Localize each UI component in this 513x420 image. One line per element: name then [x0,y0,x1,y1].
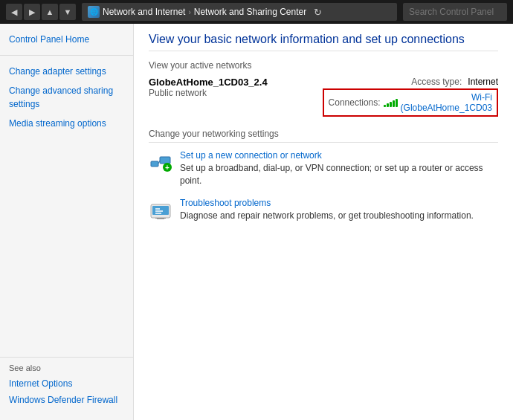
network-name: GlobeAtHome_1CD03_2.4 [149,77,268,88]
bar-5 [396,99,398,107]
wifi-link[interactable]: Wi-Fi [471,92,492,103]
active-networks-heading: View your active networks [149,60,498,71]
network-details-left: GlobeAtHome_1CD03_2.4 Public network [149,77,268,98]
search-input[interactable] [403,3,507,21]
sidebar: Control Panel Home Change adapter settin… [0,24,134,420]
nav-buttons: ◀ ▶ ▲ ▼ [6,4,76,20]
connections-label: Connections: [329,97,381,108]
troubleshoot-desc: Diagnose and repair network problems, or… [180,210,474,221]
bar-3 [390,102,392,107]
wifi-signal-bars [384,98,398,107]
main-layout: Control Panel Home Change adapter settin… [0,24,513,420]
sidebar-item-control-panel-home[interactable]: Control Panel Home [0,30,133,49]
troubleshoot-item: Troubleshoot problems Diagnose and repai… [149,198,498,222]
bar-2 [387,103,389,107]
sidebar-see-also: See also Internet Options Windows Defend… [0,357,133,414]
sidebar-item-windows-defender[interactable]: Windows Defender Firewall [9,392,124,408]
network-icon: 🌐 [88,6,100,18]
setup-connection-text: Set up a new connection or network Set u… [180,150,498,187]
connection-box: Connections: Wi-Fi (GlobeAtHome_1CD03 [323,88,498,117]
path-sharing-center: Network and Sharing Center [194,7,306,17]
sidebar-item-change-advanced[interactable]: Change advanced sharing settings [0,81,133,114]
wifi-link-container: Wi-Fi (GlobeAtHome_1CD03 [401,92,492,113]
setup-connection-desc: Set up a broadband, dial-up, or VPN conn… [180,163,483,186]
path-network-internet: Network and Internet [103,7,185,17]
bar-1 [384,105,386,107]
address-bar[interactable]: 🌐 Network and Internet › Network and Sha… [82,3,397,21]
path-separator-1: › [188,8,190,16]
svg-rect-8 [155,218,166,219]
troubleshoot-network-icon [149,198,172,221]
refresh-button[interactable]: ↻ [309,4,326,20]
content-area: View your basic network information and … [134,24,513,420]
title-bar: ◀ ▶ ▲ ▼ 🌐 Network and Internet › Network… [0,0,513,24]
sidebar-item-media-streaming[interactable]: Media streaming options [0,114,133,133]
setup-connection-item: + Set up a new connection or network Set… [149,150,498,187]
troubleshoot-icon [149,198,172,222]
access-type-value: Internet [468,77,498,87]
sidebar-item-internet-options[interactable]: Internet Options [9,375,124,392]
see-also-title: See also [9,364,124,372]
svg-text:+: + [165,164,170,172]
setup-connection-link[interactable]: Set up a new connection or network [180,150,498,161]
bar-4 [393,100,395,107]
setup-connection-icon: + [149,150,172,174]
network-info-box: GlobeAtHome_1CD03_2.4 Public network Acc… [149,77,498,117]
wifi-link-detail[interactable]: (GlobeAtHome_1CD03 [401,103,492,113]
access-type-row: Access type: Internet [323,77,498,87]
troubleshoot-link[interactable]: Troubleshoot problems [180,198,498,208]
access-type-label: Access type: [411,77,462,87]
network-category: Public network [149,88,268,98]
troubleshoot-text: Troubleshoot problems Diagnose and repai… [180,198,498,222]
up-button[interactable]: ▲ [42,4,58,20]
forward-button[interactable]: ▶ [24,4,40,20]
svg-rect-0 [151,161,158,167]
network-info-right: Access type: Internet Connections: Wi-Fi [323,77,498,117]
back-button[interactable]: ◀ [6,4,22,20]
recent-button[interactable]: ▼ [59,4,76,20]
change-settings-heading: Change your networking settings [149,129,498,143]
sidebar-item-change-adapter[interactable]: Change adapter settings [0,62,133,81]
svg-rect-1 [160,157,170,164]
network-add-icon: + [149,151,172,173]
page-title: View your basic network information and … [149,33,498,51]
